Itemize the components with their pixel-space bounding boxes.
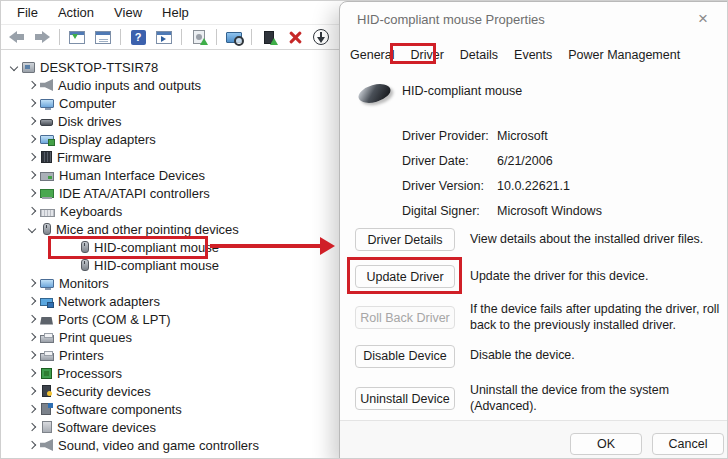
tree-item[interactable]: Human Interface Devices bbox=[1, 166, 339, 184]
monitor-icon bbox=[40, 279, 54, 288]
expand-chevron-icon[interactable] bbox=[5, 59, 22, 75]
show-console-tree-button[interactable] bbox=[64, 26, 90, 48]
expand-chevron-icon[interactable] bbox=[23, 149, 40, 165]
tree-item-label: HID-compliant mouse bbox=[94, 258, 219, 273]
expand-chevron-icon[interactable] bbox=[23, 167, 40, 183]
tab-details[interactable]: Details bbox=[452, 46, 506, 66]
tree-item[interactable]: HID-compliant mouse bbox=[1, 238, 339, 256]
driver-field-row: Driver Version:10.0.22621.1 bbox=[402, 173, 602, 198]
tab-driver[interactable]: Driver bbox=[402, 46, 451, 66]
tree-item[interactable]: Storage controllers bbox=[1, 454, 339, 459]
menu-action[interactable]: Action bbox=[48, 3, 104, 22]
field-label: Driver Date: bbox=[402, 154, 497, 168]
expand-chevron-icon[interactable] bbox=[23, 131, 40, 147]
tree-item[interactable]: DESKTOP-TTSIR78 bbox=[1, 58, 339, 76]
expand-chevron-icon[interactable] bbox=[23, 311, 40, 327]
expand-chevron-icon[interactable] bbox=[23, 77, 40, 93]
tree-item-label: Keyboards bbox=[60, 204, 122, 219]
monitor-icon bbox=[40, 99, 54, 108]
driver-actions: Driver DetailsView details about the ins… bbox=[355, 223, 723, 415]
hid-icon bbox=[40, 172, 54, 181]
tree-item[interactable]: HID-compliant mouse bbox=[1, 256, 339, 274]
expand-chevron-icon[interactable] bbox=[23, 455, 40, 459]
tree-item[interactable]: Monitors bbox=[1, 274, 339, 292]
tree-item[interactable]: Processors bbox=[1, 364, 339, 382]
tree-item[interactable]: Firmware bbox=[1, 148, 339, 166]
tree-item[interactable]: Computer bbox=[1, 94, 339, 112]
tree-item[interactable]: Display adapters bbox=[1, 130, 339, 148]
security-icon bbox=[42, 385, 51, 397]
expand-chevron-icon[interactable] bbox=[23, 401, 40, 417]
tab-events[interactable]: Events bbox=[506, 46, 560, 66]
cancel-button[interactable]: Cancel bbox=[652, 433, 724, 455]
tree-item[interactable]: Keyboards bbox=[1, 202, 339, 220]
expand-chevron-icon[interactable] bbox=[23, 113, 40, 129]
driver-details-button[interactable]: Driver Details bbox=[355, 228, 455, 251]
expand-chevron-icon[interactable] bbox=[23, 221, 40, 237]
help-button[interactable] bbox=[125, 26, 151, 48]
close-button[interactable]: × bbox=[688, 6, 718, 32]
mouse-device-icon bbox=[356, 81, 392, 106]
printer-icon bbox=[40, 353, 54, 361]
tree-item[interactable]: Software devices bbox=[1, 418, 339, 436]
back-arrow-icon bbox=[7, 30, 25, 44]
menu-view[interactable]: View bbox=[104, 3, 152, 22]
tree-item[interactable]: Network adapters bbox=[1, 292, 339, 310]
tree-item[interactable]: Disk drives bbox=[1, 112, 339, 130]
tree-item-label: Disk drives bbox=[58, 114, 122, 129]
scan-hardware-changes-button[interactable] bbox=[221, 26, 247, 48]
speaker-icon bbox=[40, 439, 53, 451]
tree-item[interactable]: Sound, video and game controllers bbox=[1, 436, 339, 454]
tree-item-label: Mice and other pointing devices bbox=[56, 222, 239, 237]
tree-item[interactable]: Mice and other pointing devices bbox=[1, 220, 339, 238]
update-device-drivers-button[interactable] bbox=[256, 26, 282, 48]
driver-action-row: Update DriverUpdate the driver for this … bbox=[355, 265, 723, 288]
disk-icon bbox=[40, 119, 53, 126]
tree-item[interactable]: Printers bbox=[1, 346, 339, 364]
uninstall-device-button[interactable]: Uninstall Device bbox=[355, 387, 455, 410]
tree-item[interactable]: IDE ATA/ATAPI controllers bbox=[1, 184, 339, 202]
expand-chevron-icon[interactable] bbox=[23, 419, 40, 435]
tree-item[interactable]: Print queues bbox=[1, 328, 339, 346]
add-drivers-button[interactable] bbox=[186, 26, 212, 48]
expand-chevron-icon[interactable] bbox=[23, 185, 40, 201]
menu-file[interactable]: File bbox=[7, 3, 48, 22]
back-arrow-button[interactable] bbox=[3, 26, 29, 48]
expand-chevron-icon[interactable] bbox=[23, 383, 40, 399]
ok-button[interactable]: OK bbox=[570, 433, 642, 455]
swcomp-icon bbox=[41, 403, 51, 415]
device-manager-window: FileActionViewHelp DESKTOP-TTSIR78Audio … bbox=[0, 0, 728, 459]
devices-by-type-button[interactable] bbox=[151, 26, 177, 48]
disable-device-button[interactable] bbox=[308, 26, 334, 48]
update-driver-button[interactable]: Update Driver bbox=[355, 265, 455, 288]
roll-back-driver-button[interactable]: Roll Back Driver bbox=[355, 306, 455, 329]
update-device-drivers-icon bbox=[264, 31, 274, 44]
uninstall-device-button[interactable] bbox=[282, 26, 308, 48]
forward-arrow-button[interactable] bbox=[29, 26, 55, 48]
tree-item-label: Firmware bbox=[57, 150, 111, 165]
expand-chevron-icon[interactable] bbox=[23, 95, 40, 111]
expand-chevron-icon[interactable] bbox=[23, 293, 40, 309]
tree-item[interactable]: Security devices bbox=[1, 382, 339, 400]
expand-chevron-icon[interactable] bbox=[23, 275, 40, 291]
tree-item-label: Computer bbox=[59, 96, 116, 111]
tree-item[interactable]: Audio inputs and outputs bbox=[1, 76, 339, 94]
field-label: Driver Version: bbox=[402, 179, 497, 193]
disable-device-button[interactable]: Disable Device bbox=[355, 345, 455, 368]
properties-button[interactable] bbox=[90, 26, 116, 48]
expand-chevron-icon[interactable] bbox=[23, 329, 40, 345]
tab-strip: GeneralDriverDetailsEventsPower Manageme… bbox=[342, 46, 688, 66]
tab-general[interactable]: General bbox=[342, 46, 402, 66]
expand-chevron-icon[interactable] bbox=[23, 347, 40, 363]
expand-chevron-icon[interactable] bbox=[23, 203, 40, 219]
expand-chevron-icon[interactable] bbox=[23, 437, 40, 453]
driver-action-row: Disable DeviceDisable the device. bbox=[355, 345, 723, 368]
tree-item[interactable]: Ports (COM & LPT) bbox=[1, 310, 339, 328]
expand-chevron-icon[interactable] bbox=[23, 365, 40, 381]
tree-item[interactable]: Software components bbox=[1, 400, 339, 418]
mouse-icon bbox=[43, 223, 51, 235]
action-description: Uninstall the device from the system (Ad… bbox=[470, 383, 722, 415]
tab-power-management[interactable]: Power Management bbox=[560, 46, 688, 66]
menu-help[interactable]: Help bbox=[152, 3, 199, 22]
driver-action-row: Roll Back DriverIf the device fails afte… bbox=[355, 302, 723, 334]
